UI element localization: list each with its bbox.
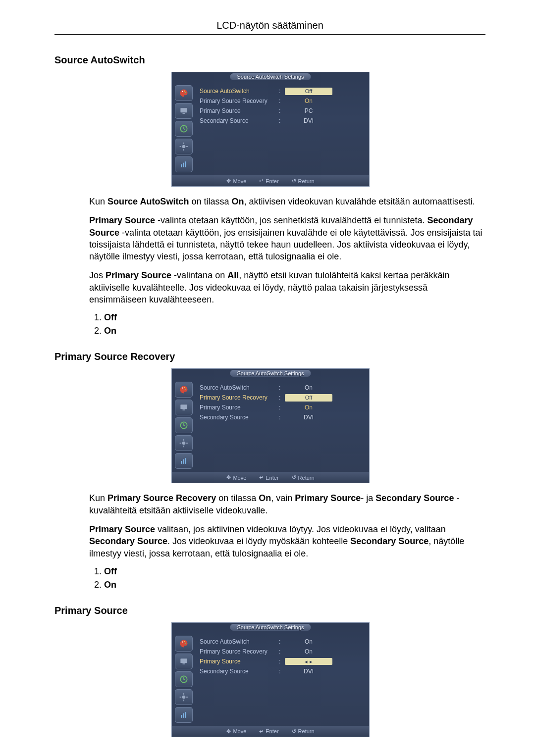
svg-point-16 — [185, 389, 186, 390]
osd-row-value: On — [285, 404, 332, 411]
osd-nav-enter: Enter — [266, 728, 278, 734]
move-arrows-icon: ✥ — [226, 178, 231, 184]
osd-main: Source AutoSwitch:Off Primary Source Rec… — [195, 82, 369, 175]
svg-point-15 — [184, 387, 185, 388]
clock-icon — [175, 121, 193, 137]
osd-row-value: DVI — [285, 668, 332, 675]
svg-rect-39 — [181, 715, 182, 718]
palette-icon — [175, 382, 193, 398]
heading-source-autoswitch: Source AutoSwitch — [54, 54, 485, 66]
return-icon: ↺ — [292, 178, 296, 184]
svg-rect-40 — [183, 713, 184, 718]
osd-title: Source AutoSwitch Settings — [230, 73, 311, 80]
osd-sidebar — [172, 379, 195, 472]
svg-rect-18 — [183, 410, 185, 411]
svg-point-34 — [182, 696, 186, 699]
gear-icon — [175, 435, 193, 451]
svg-rect-4 — [183, 113, 185, 114]
svg-point-29 — [184, 641, 185, 642]
osd-nav-bar: ✥Move ↵Enter ↺Return — [172, 175, 369, 186]
display-icon — [175, 103, 193, 119]
svg-rect-13 — [185, 161, 187, 167]
osd-row-value: DVI — [285, 117, 332, 124]
osd-nav-bar: ✥Move ↵Enter ↺Return — [172, 472, 369, 483]
svg-point-0 — [182, 91, 183, 92]
list-item: Off — [104, 566, 485, 577]
move-arrows-icon: ✥ — [226, 728, 231, 735]
svg-rect-31 — [180, 658, 187, 663]
svg-point-14 — [182, 388, 183, 389]
osd-row-value: PC — [285, 107, 332, 114]
osd-row-label: Secondary Source — [200, 414, 279, 421]
document-page: LCD-näytön säätäminen Source AutoSwitch … — [0, 0, 535, 756]
osd-screenshot-3: Source AutoSwitch Settings Source AutoSw… — [171, 622, 369, 737]
osd-row-label: Primary Source Recovery — [200, 98, 279, 104]
palette-icon — [175, 636, 193, 652]
osd-row-label: Primary Source — [200, 107, 279, 114]
list-item: On — [104, 580, 485, 590]
osd-row-label: Secondary Source — [200, 117, 279, 124]
osd-nav-enter: Enter — [266, 475, 278, 481]
osd-row-value-bar: ◂ ▸ — [285, 658, 332, 665]
svg-point-30 — [185, 643, 186, 644]
osd-row-value: Off — [285, 394, 332, 402]
osd-row-value: On — [285, 384, 332, 391]
return-icon: ↺ — [292, 474, 296, 481]
osd-row-value: Off — [285, 88, 332, 95]
move-arrows-icon: ✥ — [226, 474, 231, 481]
osd-sidebar — [172, 633, 195, 726]
osd-row-label: Source AutoSwitch — [200, 638, 279, 645]
svg-rect-32 — [183, 663, 185, 664]
chart-icon — [175, 156, 193, 172]
osd-title: Source AutoSwitch Settings — [230, 370, 311, 377]
page-header-title: LCD-näytön säätäminen — [54, 20, 485, 35]
enter-icon: ↵ — [259, 178, 264, 184]
osd-row-value: DVI — [285, 414, 332, 421]
osd-main: Source AutoSwitch:On Primary Source Reco… — [195, 379, 369, 472]
list-item: Off — [104, 312, 485, 323]
osd-nav-move: Move — [233, 728, 246, 734]
clock-icon — [175, 417, 193, 433]
osd-row-label: Primary Source — [200, 404, 279, 411]
osd-sidebar — [172, 82, 195, 175]
osd-nav-move: Move — [233, 475, 246, 481]
svg-rect-11 — [181, 164, 182, 167]
svg-point-2 — [185, 92, 186, 93]
heading-primary-source: Primary Source — [54, 605, 485, 616]
svg-point-28 — [182, 641, 183, 642]
return-icon: ↺ — [292, 728, 296, 735]
svg-point-20 — [182, 442, 186, 445]
svg-point-1 — [184, 91, 185, 92]
display-icon — [175, 654, 193, 669]
option-list-2: Off On — [89, 566, 485, 590]
svg-rect-3 — [180, 108, 187, 112]
osd-row-value: On — [285, 638, 332, 645]
osd-row-label: Source AutoSwitch — [200, 88, 279, 95]
osd-title: Source AutoSwitch Settings — [230, 624, 311, 631]
osd-nav-enter: Enter — [266, 178, 278, 184]
osd-row-value: On — [285, 648, 332, 655]
osd-row-label: Secondary Source — [200, 668, 279, 675]
osd-screenshot-1: Source AutoSwitch Settings Source AutoSw… — [171, 72, 369, 187]
display-icon — [175, 400, 193, 415]
body-text-1: Kun Source AutoSwitch on tilassa On, akt… — [89, 196, 485, 305]
clock-icon — [175, 671, 193, 687]
enter-icon: ↵ — [259, 728, 264, 735]
svg-rect-17 — [180, 405, 187, 409]
osd-row-label: Primary Source — [200, 658, 279, 665]
svg-point-6 — [182, 145, 186, 149]
gear-icon — [175, 689, 193, 705]
svg-rect-12 — [183, 163, 184, 167]
osd-nav-return: Return — [298, 178, 315, 184]
svg-rect-26 — [183, 459, 184, 464]
list-item: On — [104, 326, 485, 336]
palette-icon — [175, 85, 193, 101]
osd-nav-bar: ✥Move ↵Enter ↺Return — [172, 726, 369, 737]
osd-row-value: On — [285, 98, 332, 104]
body-text-2: Kun Primary Source Recovery on tilassa O… — [89, 492, 485, 559]
osd-nav-return: Return — [298, 728, 315, 734]
osd-nav-move: Move — [233, 178, 246, 184]
chart-icon — [175, 707, 193, 723]
svg-rect-25 — [181, 461, 182, 464]
osd-row-label: Source AutoSwitch — [200, 384, 279, 391]
